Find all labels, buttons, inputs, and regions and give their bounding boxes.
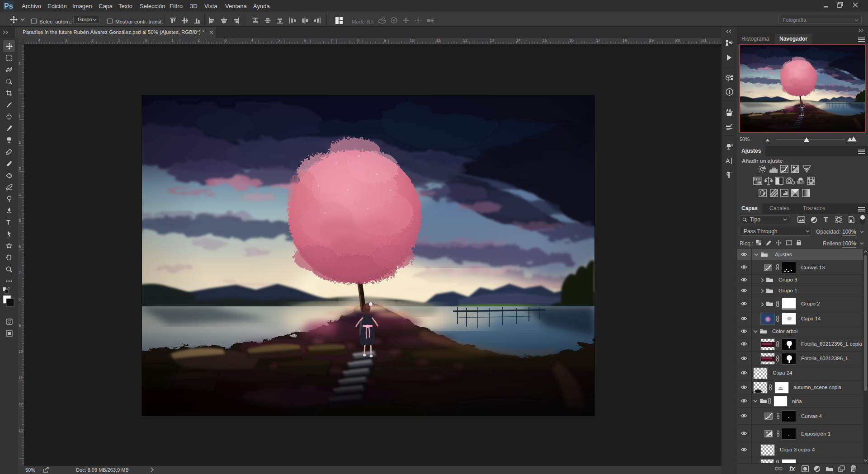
svg-text:T: T [6, 219, 10, 225]
svg-text:A: A [726, 157, 730, 164]
svg-text:Ps: Ps [4, 2, 13, 10]
